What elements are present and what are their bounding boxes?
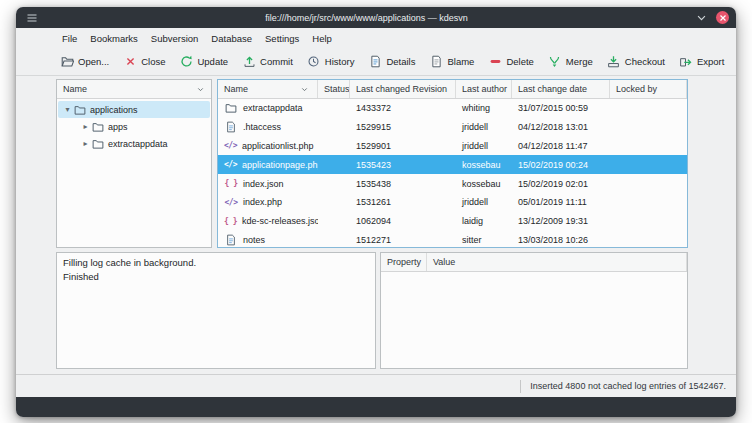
toolbar-checkout-button[interactable]: Checkout bbox=[601, 51, 671, 73]
folder-icon bbox=[73, 103, 86, 116]
tree-header-label: Name bbox=[63, 84, 87, 94]
cell-author: kossebau bbox=[456, 160, 512, 170]
tree-item-extractappdata[interactable]: ▸extractappdata bbox=[58, 135, 210, 152]
cell-name: notes bbox=[218, 233, 318, 247]
delete-icon bbox=[488, 55, 502, 69]
cell-author: jriddell bbox=[456, 141, 512, 151]
toolbar-button-label: Blame bbox=[447, 56, 474, 67]
cell-date: 31/07/2015 00:59 bbox=[512, 103, 610, 113]
cell-author: laidig bbox=[456, 216, 512, 226]
file-name-label: kde-sc-releases.json bbox=[242, 216, 318, 226]
cell-revision: 1535438 bbox=[350, 179, 456, 189]
table-row[interactable]: { }kde-sc-releases.json1062094laidig13/1… bbox=[218, 212, 687, 231]
toolbar-blame-button[interactable]: Blame bbox=[423, 51, 480, 73]
column-header-label: Locked by bbox=[616, 84, 657, 94]
statusbar-message: Inserted 4800 not cached log entries of … bbox=[530, 381, 726, 391]
titlebar[interactable]: file:///home/jr/src/www/www/applications… bbox=[16, 7, 736, 28]
expander-open-icon[interactable]: ▾ bbox=[62, 106, 73, 114]
menu-subversion[interactable]: Subversion bbox=[145, 31, 205, 46]
cell-date: 05/01/2019 11:11 bbox=[512, 197, 610, 207]
toolbar-button-label: Update bbox=[197, 56, 228, 67]
toolbar-overflow-button[interactable] bbox=[732, 54, 736, 70]
toolbar-button-label: Details bbox=[386, 56, 415, 67]
table-row[interactable]: .htaccess1529915jriddell04/12/2018 13:01 bbox=[218, 118, 687, 137]
json-icon: { } bbox=[224, 214, 237, 228]
cell-revision: 1062094 bbox=[350, 216, 456, 226]
tree-item-label: extractappdata bbox=[108, 139, 168, 149]
column-header-label: Last author bbox=[462, 84, 507, 94]
toolbar-export-button[interactable]: Export bbox=[673, 51, 730, 73]
file-name-label: index.php bbox=[243, 197, 282, 207]
column-header-last-author[interactable]: Last author bbox=[456, 80, 512, 98]
column-header-status[interactable]: Status bbox=[318, 80, 350, 98]
history-icon bbox=[307, 55, 321, 69]
table-row[interactable]: extractappdata1433372whiting31/07/2015 0… bbox=[218, 99, 687, 118]
column-header-last-changed-revision[interactable]: Last changed Revision bbox=[350, 80, 456, 98]
column-header-locked-by[interactable]: Locked by bbox=[610, 80, 687, 98]
tree-item-applications[interactable]: ▾applications bbox=[58, 101, 210, 118]
menu-settings[interactable]: Settings bbox=[259, 31, 305, 46]
column-header-last-change-date[interactable]: Last change date bbox=[512, 80, 610, 98]
cell-author: sitter bbox=[456, 235, 512, 245]
expander-closed-icon[interactable]: ▸ bbox=[80, 123, 91, 131]
cell-author: whiting bbox=[456, 103, 512, 113]
cell-name: .htaccess bbox=[218, 120, 318, 134]
cell-author: jriddell bbox=[456, 122, 512, 132]
log-panel: Filling log cache in background.Finished bbox=[56, 252, 376, 369]
menu-help[interactable]: Help bbox=[306, 31, 338, 46]
cell-name: extractappdata bbox=[218, 101, 318, 115]
tree-header[interactable]: Name bbox=[57, 80, 211, 99]
app-menu-icon[interactable] bbox=[23, 12, 40, 24]
cell-name: </>applicationpage.php bbox=[218, 158, 318, 172]
table-row[interactable]: notes1512271sitter13/03/2018 10:26 bbox=[218, 231, 687, 247]
checkout-icon bbox=[607, 55, 621, 69]
main-content: Name ▾applications▸apps▸extractappdata N… bbox=[16, 76, 736, 374]
toolbar-update-button[interactable]: Update bbox=[173, 51, 234, 73]
toolbar-button-label: Delete bbox=[506, 56, 533, 67]
cell-date: 04/12/2018 13:01 bbox=[512, 122, 610, 132]
close-button[interactable] bbox=[716, 11, 729, 24]
table-row[interactable]: </>applicationpage.php1535423kossebau15/… bbox=[218, 155, 687, 174]
repo-tree-panel: Name ▾applications▸apps▸extractappdata bbox=[56, 79, 212, 248]
folder-icon bbox=[224, 101, 238, 115]
toolbar-open-button[interactable]: Open... bbox=[54, 51, 115, 73]
toolbar-close-button[interactable]: Close bbox=[117, 51, 171, 73]
column-header-value[interactable]: Value bbox=[427, 253, 687, 271]
toolbar-commit-button[interactable]: Commit bbox=[236, 51, 299, 73]
window-bottom-frame bbox=[16, 397, 736, 417]
toolbar-merge-button[interactable]: Merge bbox=[542, 51, 599, 73]
file-name-label: index.json bbox=[243, 179, 284, 189]
file-list-header: NameStatusLast changed RevisionLast auth… bbox=[218, 80, 687, 99]
cell-date: 13/03/2018 10:26 bbox=[512, 235, 610, 245]
sort-indicator-icon bbox=[297, 82, 311, 96]
menu-file[interactable]: File bbox=[56, 31, 83, 46]
minimize-button[interactable] bbox=[693, 10, 709, 26]
toolbar-delete-button[interactable]: Delete bbox=[482, 51, 539, 73]
table-row[interactable]: </>index.php1531261jriddell05/01/2019 11… bbox=[218, 193, 687, 212]
column-header-property[interactable]: Property bbox=[381, 253, 427, 271]
menu-database[interactable]: Database bbox=[205, 31, 258, 46]
bottom-split: Filling log cache in background.Finished… bbox=[56, 252, 688, 369]
toolbar-history-button[interactable]: History bbox=[301, 51, 361, 73]
cell-name: { }index.json bbox=[218, 177, 318, 191]
cell-date: 15/02/2019 02:01 bbox=[512, 179, 610, 189]
statusbar: Inserted 4800 not cached log entries of … bbox=[16, 374, 736, 397]
php-icon: </> bbox=[224, 139, 237, 153]
column-header-label: Value bbox=[433, 257, 455, 267]
cell-date: 04/12/2018 11:47 bbox=[512, 141, 610, 151]
document-icon bbox=[224, 233, 238, 247]
blame-icon bbox=[429, 55, 443, 69]
cell-author: jriddell bbox=[456, 197, 512, 207]
json-icon: { } bbox=[224, 177, 238, 191]
column-header-name[interactable]: Name bbox=[218, 80, 318, 98]
merge-icon bbox=[548, 55, 562, 69]
tree-item-apps[interactable]: ▸apps bbox=[58, 118, 210, 135]
menu-bookmarks[interactable]: Bookmarks bbox=[84, 31, 144, 46]
table-row[interactable]: </>applicationlist.php1529901jriddell04/… bbox=[218, 137, 687, 156]
table-row[interactable]: { }index.json1535438kossebau15/02/2019 0… bbox=[218, 174, 687, 193]
toolbar-details-button[interactable]: Details bbox=[362, 51, 421, 73]
expander-closed-icon[interactable]: ▸ bbox=[80, 140, 91, 148]
close-icon bbox=[123, 55, 137, 69]
toolbar-button-label: Export bbox=[697, 56, 724, 67]
toolbar-button-label: Commit bbox=[260, 56, 293, 67]
